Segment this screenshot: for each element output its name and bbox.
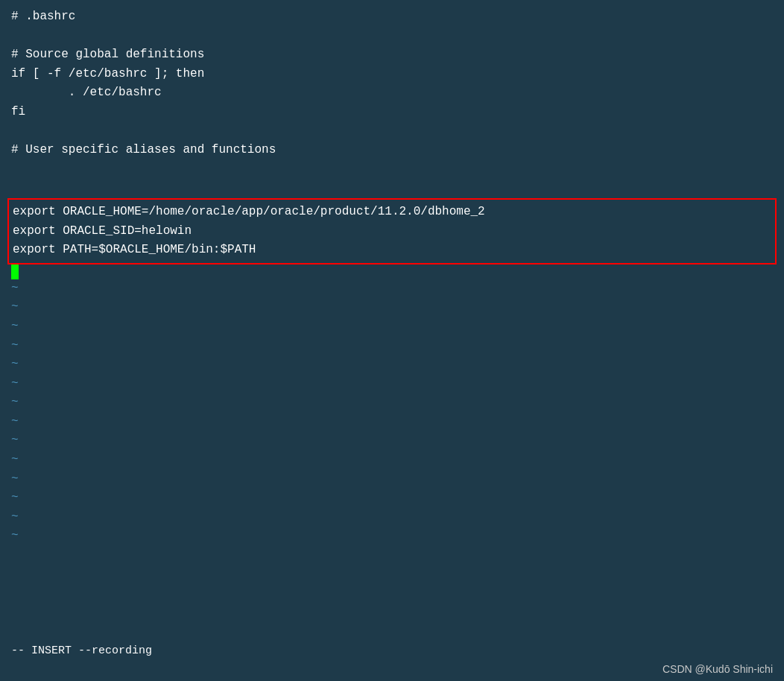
text-cursor: [11, 265, 19, 279]
line-5: . /etc/bashrc: [11, 83, 773, 103]
line-4: if [ -f /etc/bashrc ]; then: [11, 65, 773, 84]
line-10: [11, 179, 773, 198]
tilde-13: ~: [11, 508, 773, 528]
editor-container: # .bashrc # Source global definitions if…: [0, 0, 784, 681]
tilde-2: ~: [11, 298, 773, 317]
tilde-11: ~: [11, 470, 773, 490]
watermark: CSDN @Kudō Shin-ichi: [663, 663, 773, 675]
line-8: # User specific aliases and functions: [11, 141, 773, 160]
tilde-3: ~: [11, 317, 773, 337]
highlighted-block: export ORACLE_HOME=/home/oracle/app/orac…: [7, 198, 777, 265]
tilde-5: ~: [11, 355, 773, 375]
hl-line-3: export PATH=$ORACLE_HOME/bin:$PATH: [13, 241, 775, 260]
line-2: [11, 27, 773, 46]
status-bar: -- INSERT --recording: [0, 643, 784, 659]
cursor-line: [11, 265, 773, 279]
line-7: [11, 122, 773, 142]
hl-line-2: export ORACLE_SID=helowin: [13, 222, 775, 241]
tilde-9: ~: [11, 431, 773, 451]
tilde-14: ~: [11, 527, 773, 546]
tilde-10: ~: [11, 451, 773, 470]
tilde-1: ~: [11, 279, 773, 299]
line-6: fi: [11, 103, 773, 122]
line-1: # .bashrc: [11, 7, 773, 27]
tilde-4: ~: [11, 337, 773, 356]
tilde-8: ~: [11, 413, 773, 432]
tilde-12: ~: [11, 489, 773, 508]
tilde-6: ~: [11, 375, 773, 394]
hl-line-1: export ORACLE_HOME=/home/oracle/app/orac…: [13, 203, 775, 222]
tilde-7: ~: [11, 393, 773, 413]
line-9: [11, 160, 773, 180]
line-3: # Source global definitions: [11, 45, 773, 65]
